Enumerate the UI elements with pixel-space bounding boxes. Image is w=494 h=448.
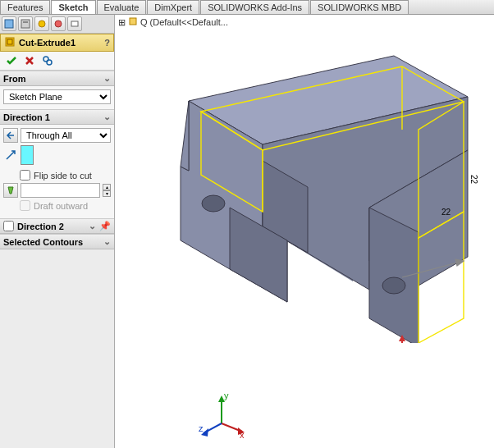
dimension-width[interactable]: 22: [441, 208, 451, 217]
svg-rect-0: [5, 20, 13, 28]
direction1-section-body: Through All Flip side to cut: [0, 125, 114, 218]
direction1-section-header[interactable]: Direction 1 ⌄: [0, 109, 114, 125]
triad-y-label: y: [224, 391, 229, 400]
draft-spinner[interactable]: ▴ ▾: [103, 184, 111, 197]
property-tab-icon[interactable]: [18, 16, 33, 31]
svg-rect-5: [71, 21, 78, 26]
display-tab-icon[interactable]: [67, 16, 82, 31]
direction2-label: Direction 2: [17, 222, 64, 231]
triad-z-label: z: [199, 423, 204, 433]
tab-features[interactable]: Features: [0, 0, 50, 14]
from-section-body: Sketch Plane: [0, 86, 114, 109]
svg-rect-1: [21, 20, 30, 28]
flip-side-input[interactable]: [20, 170, 30, 181]
tab-addins[interactable]: SOLIDWORKS Add-Ins: [200, 0, 309, 14]
svg-marker-13: [181, 101, 189, 171]
appearance-tab-icon[interactable]: [51, 16, 66, 31]
graphics-viewport[interactable]: ⊞ Q (Default<<Default...: [115, 15, 494, 448]
draft-outward-input: [20, 200, 30, 211]
tab-sketch[interactable]: Sketch: [51, 0, 95, 14]
view-triad[interactable]: y x z: [197, 391, 246, 440]
flip-side-checkbox[interactable]: Flip side to cut: [20, 170, 92, 181]
panel-tabs: [0, 15, 114, 34]
svg-rect-2: [23, 21, 28, 23]
svg-rect-10: [130, 18, 136, 25]
svg-marker-30: [455, 259, 464, 266]
feature-name: Cut-Extrude1: [19, 38, 75, 48]
part-icon: [128, 16, 138, 28]
svg-point-21: [202, 195, 225, 212]
end-condition-select[interactable]: Through All: [21, 128, 111, 143]
chevron-down-icon[interactable]: ⌄: [103, 73, 111, 84]
from-section-header[interactable]: From ⌄: [0, 71, 114, 86]
command-tab-bar: Features Sketch Evaluate DimXpert SOLIDW…: [0, 0, 494, 15]
confirm-bar: [0, 52, 114, 71]
expand-icon[interactable]: ⊞: [118, 17, 126, 28]
tree-node-label: (Default<<Default...: [150, 17, 228, 27]
selected-contours-label: Selected Contours: [3, 237, 83, 247]
property-manager-panel: Cut-Extrude1 ? From ⌄ Sketch Plane: [0, 15, 115, 448]
svg-point-3: [39, 21, 45, 27]
draft-outward-label: Draft outward: [34, 201, 88, 211]
chevron-down-icon[interactable]: ⌄: [103, 236, 111, 247]
tab-evaluate[interactable]: Evaluate: [97, 0, 147, 14]
from-label: From: [3, 74, 26, 84]
feature-title-bar: Cut-Extrude1 ?: [0, 34, 114, 52]
tree-prefix: Q: [140, 17, 148, 27]
chevron-down-icon[interactable]: ⌄: [103, 112, 111, 122]
from-plane-select[interactable]: Sketch Plane: [3, 89, 111, 104]
tab-mbd[interactable]: SOLIDWORKS MBD: [310, 0, 409, 14]
selected-contours-section-header[interactable]: Selected Contours ⌄: [0, 234, 114, 249]
flyout-tree[interactable]: ⊞ Q (Default<<Default...: [118, 16, 228, 28]
model-graphic: [140, 48, 484, 343]
detailed-preview-button[interactable]: [41, 54, 54, 67]
spinner-up-icon[interactable]: ▴: [103, 184, 111, 190]
svg-point-9: [47, 60, 52, 65]
spinner-down-icon[interactable]: ▾: [103, 190, 111, 197]
help-icon[interactable]: ?: [104, 38, 110, 48]
direction1-label: Direction 1: [3, 112, 50, 122]
cut-extrude-icon: [4, 36, 16, 49]
svg-point-22: [382, 277, 405, 294]
selection-box[interactable]: [21, 145, 34, 165]
dimension-height[interactable]: 22: [469, 175, 478, 184]
reverse-direction-icon[interactable]: [3, 128, 18, 143]
tab-dimxpert[interactable]: DimXpert: [147, 0, 199, 14]
svg-point-4: [55, 21, 62, 27]
draft-icon[interactable]: [3, 183, 18, 198]
chevron-down-icon[interactable]: ⌄: [89, 221, 96, 231]
feature-tree-tab-icon[interactable]: [2, 16, 16, 31]
draft-angle-input[interactable]: [21, 183, 100, 198]
direction2-enable-checkbox[interactable]: [3, 221, 14, 231]
ok-button[interactable]: [5, 54, 18, 67]
direction-vector-icon[interactable]: [3, 148, 18, 162]
draft-outward-checkbox: Draft outward: [20, 200, 88, 211]
direction2-section-header[interactable]: Direction 2 ⌄ 📌: [0, 218, 114, 234]
triad-x-label: x: [240, 430, 245, 440]
pin-icon[interactable]: 📌: [99, 221, 111, 231]
cancel-button[interactable]: [23, 54, 36, 67]
flip-side-label: Flip side to cut: [34, 171, 92, 181]
config-tab-icon[interactable]: [34, 16, 49, 31]
